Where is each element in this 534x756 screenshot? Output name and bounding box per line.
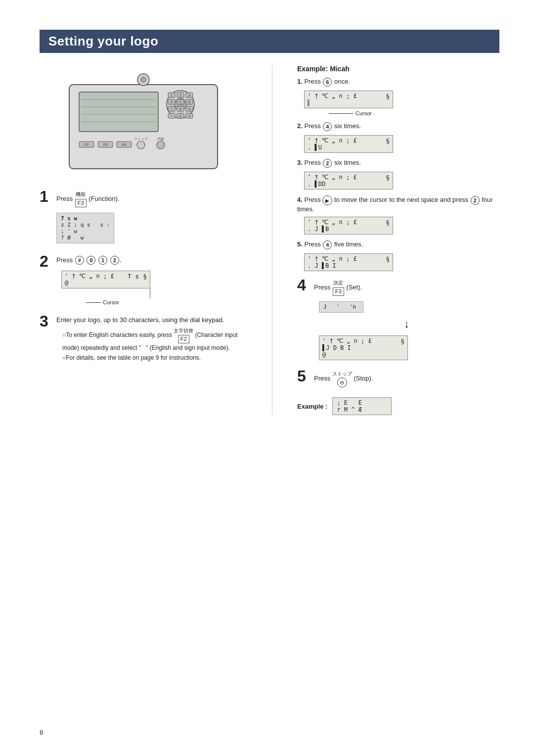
zero-key: 0 <box>87 256 95 265</box>
example-step-1-text: 1. Press 6 once. <box>297 78 499 87</box>
content-area: 1 2 3 4 5 6 7 8 <box>40 65 499 415</box>
two-key-step2: 2 <box>110 256 119 265</box>
step-5-number: 5 <box>297 368 311 384</box>
example-step-1: 1. Press 6 once. ' † ℃ „ n ; £ ▌ § Curso… <box>297 78 499 116</box>
one-key: 1 <box>98 256 107 265</box>
svg-text:F4: F4 <box>122 143 126 146</box>
step2-lcd: ' † ℃ „ n ; £ @ T s § <box>61 271 150 288</box>
svg-text:7: 7 <box>171 107 173 111</box>
step-5-text: Press ストップ ⊖ (Stop). <box>314 370 499 388</box>
step-1: 1 Press 機能 F3 (Function). 7 s w z Z ; q <box>40 189 247 245</box>
svg-text:1: 1 <box>171 94 173 97</box>
step-3: 3 Enter your logo, up to 30 characters, … <box>40 313 247 363</box>
step-4-main: 4 Press 決定 F3 (Set). J ' 'h <box>297 277 499 360</box>
example-step-2: 2. Press 4 six times. ' † ℃ „ n ; £ . ▌U… <box>297 122 499 153</box>
example-result: Example : ; E E r M ^ Æ <box>297 397 499 415</box>
device-illustration: 1 2 3 4 5 6 7 8 <box>40 65 247 179</box>
step-4-content: Press 決定 F3 (Set). J ' 'h ↓ <box>314 277 499 360</box>
page-number: 8 <box>40 729 43 736</box>
step-3-content: Enter your logo, up to 30 characters, us… <box>56 313 247 363</box>
ex1-lcd: ' † ℃ „ n ; £ ▌ § <box>304 91 393 108</box>
step-3-note2: ○For details, see the table on page 9 fo… <box>62 353 247 362</box>
step-3-note1: ○To enter English characters easily, pre… <box>62 327 247 352</box>
example-step-5-text: 5. Press 4 five times. <box>297 240 499 249</box>
down-arrow: ↓ <box>314 318 499 331</box>
svg-text:F2: F2 <box>85 143 89 146</box>
svg-text:2: 2 <box>179 94 181 97</box>
step-2: 2 Press # 0 1 2. ' † ℃ „ n ; £ @ <box>40 253 247 306</box>
step-5-content: Press ストップ ⊖ (Stop). <box>314 368 499 390</box>
cursor-label-ex1: Cursor <box>329 110 393 116</box>
step-1-text: Press 機能 F3 (Function). <box>56 190 247 208</box>
svg-text:9: 9 <box>188 107 190 111</box>
cursor-label-step2: Cursor <box>86 299 150 305</box>
stop-key: ⊖ <box>337 378 347 387</box>
svg-text:*: * <box>171 114 173 118</box>
svg-rect-1 <box>79 92 158 132</box>
example-step-4-text: 4. Press ▶ to move the cursor to the nex… <box>297 195 499 213</box>
example-step-3: 3. Press 2 six times. ' † ℃ „ n ; £ . ▌D… <box>297 159 499 189</box>
step-3-text: Enter your logo, up to 30 characters, us… <box>56 315 247 325</box>
step1-display: 7 s w z Z ; q s s : ; ' w ? Ø w <box>56 213 114 243</box>
ex-two-key-s4: 2 <box>471 196 480 205</box>
example-result-lcd: ; E E r M ^ Æ <box>332 397 392 415</box>
svg-text:ストップ: ストップ <box>134 137 148 141</box>
ex3-lcd: ' † ℃ „ n ; £ . ▌DD § <box>304 172 393 189</box>
ex-six-key: 6 <box>323 78 332 87</box>
example-step-4: 4. Press ▶ to move the cursor to the nex… <box>297 195 499 235</box>
column-divider <box>272 65 272 415</box>
step-5-main: 5 Press ストップ ⊖ (Stop). <box>297 368 499 390</box>
ex-four-key-s2: 4 <box>323 122 332 131</box>
svg-text:#: # <box>188 114 190 118</box>
f3-set-key: F3 <box>333 287 344 295</box>
title-bar: Setting your logo <box>40 30 499 53</box>
svg-text:8: 8 <box>179 107 181 111</box>
svg-text:F3: F3 <box>103 143 107 146</box>
step-4-text: Press 決定 F3 (Set). <box>314 279 499 296</box>
svg-text:内線: 内線 <box>157 137 164 141</box>
svg-point-39 <box>137 141 145 149</box>
ex-two-key-s3: 2 <box>323 159 332 168</box>
ex5-lcd: ' † ℃ „ n ; £ . J ▌B I § <box>304 253 393 271</box>
svg-text:3: 3 <box>188 94 190 97</box>
svg-text:5: 5 <box>179 100 181 104</box>
example-title: Example: Micah <box>297 65 499 73</box>
step-4-number: 4 <box>297 277 311 293</box>
step-1-number: 1 <box>40 189 53 204</box>
right-column: Example: Micah 1. Press 6 once. ' † ℃ „ … <box>297 65 499 415</box>
svg-text:4: 4 <box>171 100 173 104</box>
step-1-content: Press 機能 F3 (Function). 7 s w z Z ; q s … <box>56 189 247 245</box>
svg-point-41 <box>157 141 165 149</box>
ex4-lcd: ' † ℃ „ n ; £ . J ▌B § <box>304 217 393 235</box>
ex2-lcd: ' † ℃ „ n ; £ . ▌U § <box>304 135 393 153</box>
svg-text:6: 6 <box>188 100 190 104</box>
step-2-content: Press # 0 1 2. ' † ℃ „ n ; £ @ T s § <box>56 253 247 306</box>
example-result-label: Example : <box>297 403 327 410</box>
ex-four-key-s5: 4 <box>323 240 332 249</box>
hash-key: # <box>75 256 84 265</box>
page-title: Setting your logo <box>48 34 490 49</box>
example-step-3-text: 3. Press 2 six times. <box>297 159 499 168</box>
example-step-2-text: 2. Press 4 six times. <box>297 122 499 131</box>
svg-point-43 <box>141 77 146 82</box>
step4-display: J ' 'h <box>319 301 363 313</box>
step-2-text: Press # 0 1 2. <box>56 255 247 265</box>
f2-key: F2 <box>178 335 189 343</box>
step-2-number: 2 <box>40 253 53 269</box>
step4-lcd-after: ' † ℃ „ n ; £ ▌J D B I @ § <box>319 335 408 360</box>
f3-key: F3 <box>75 199 87 207</box>
svg-text:0: 0 <box>179 114 181 118</box>
left-column: 1 2 3 4 5 6 7 8 <box>40 65 247 415</box>
example-step-5: 5. Press 4 five times. ' † ℃ „ n ; £ . J… <box>297 240 499 271</box>
step-3-number: 3 <box>40 313 53 329</box>
page: Setting your logo <box>0 0 534 756</box>
